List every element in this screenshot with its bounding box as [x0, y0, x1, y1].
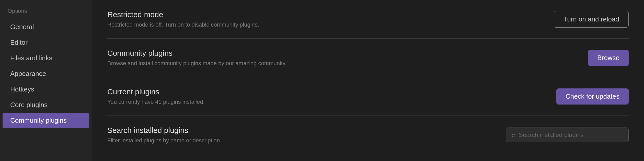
settings-title-community-plugins: Community plugins: [107, 49, 578, 57]
settings-desc-current-plugins: You currently have 41 plugins installed.: [107, 99, 546, 105]
settings-desc-restricted-mode: Restricted mode is off. Turn on to disab…: [107, 21, 544, 28]
search-icon: ⌕: [511, 131, 516, 139]
settings-title-search-plugins: Search installed plugins: [107, 126, 496, 135]
settings-row-community-plugins: Community pluginsBrowse and install comm…: [107, 39, 629, 77]
settings-action-community-plugins: Browse: [588, 50, 629, 66]
search-plugins-input[interactable]: [519, 131, 623, 139]
settings-text-restricted-mode: Restricted modeRestricted mode is off. T…: [107, 10, 544, 28]
settings-action-search-plugins: ⌕: [506, 128, 629, 142]
sidebar-item-files-and-links[interactable]: Files and links: [3, 51, 89, 66]
sidebar-item-appearance[interactable]: Appearance: [3, 66, 89, 81]
sidebar-item-general[interactable]: General: [3, 19, 89, 34]
sidebar: Options GeneralEditorFiles and linksAppe…: [0, 0, 92, 161]
sidebar-item-editor[interactable]: Editor: [3, 35, 89, 50]
settings-text-current-plugins: Current pluginsYou currently have 41 plu…: [107, 87, 546, 105]
current-plugins-button[interactable]: Check for updates: [556, 88, 629, 105]
settings-title-restricted-mode: Restricted mode: [107, 10, 544, 19]
search-container: ⌕: [506, 128, 629, 142]
settings-row-restricted-mode: Restricted modeRestricted mode is off. T…: [107, 0, 629, 39]
settings-action-restricted-mode: Turn on and reload: [554, 11, 629, 28]
settings-list: Restricted modeRestricted mode is off. T…: [107, 0, 629, 154]
settings-desc-community-plugins: Browse and install community plugins mad…: [107, 60, 578, 67]
sidebar-item-core-plugins[interactable]: Core plugins: [3, 97, 89, 112]
settings-text-search-plugins: Search installed pluginsFilter installed…: [107, 126, 496, 144]
sidebar-item-hotkeys[interactable]: Hotkeys: [3, 82, 89, 97]
settings-action-current-plugins: Check for updates: [556, 88, 629, 105]
sidebar-item-community-plugins[interactable]: Community plugins: [3, 113, 89, 128]
settings-row-current-plugins: Current pluginsYou currently have 41 plu…: [107, 77, 629, 116]
settings-row-search-plugins: Search installed pluginsFilter installed…: [107, 116, 629, 154]
main-content: Restricted modeRestricted mode is off. T…: [92, 0, 644, 161]
sidebar-section-label: Options: [0, 8, 92, 19]
settings-text-community-plugins: Community pluginsBrowse and install comm…: [107, 49, 578, 67]
settings-title-current-plugins: Current plugins: [107, 87, 546, 96]
community-plugins-button[interactable]: Browse: [588, 50, 629, 66]
settings-desc-search-plugins: Filter installed plugins by name or desc…: [107, 137, 496, 144]
sidebar-nav: GeneralEditorFiles and linksAppearanceHo…: [0, 19, 92, 129]
restricted-mode-button[interactable]: Turn on and reload: [554, 11, 629, 28]
